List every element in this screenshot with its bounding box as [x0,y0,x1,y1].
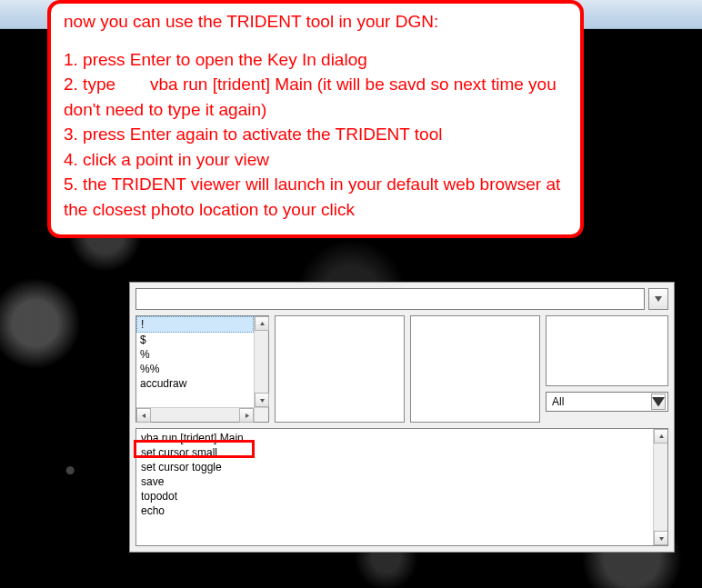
keyin-history-list[interactable]: vba run [trident] Main set cursor small … [136,429,667,520]
history-item[interactable]: save [139,474,665,489]
history-item[interactable]: vba run [trident] Main [139,431,665,445]
history-item[interactable]: echo [139,503,665,518]
instruction-step: 4. click a point in your view [64,147,567,173]
instruction-step: 3. press Enter again to activate the TRI… [64,122,567,147]
keyin-dialog: ! $ % %% accudraw All [129,282,675,553]
history-item[interactable]: set cursor toggle [139,460,665,474]
command-list-vscroll[interactable] [254,316,268,407]
command-list-panel: ! $ % %% accudraw [135,315,269,423]
keyin-browser-row: ! $ % %% accudraw All [135,315,668,423]
instruction-callout: now you can use the TRIDENT tool in your… [47,0,584,238]
command-item[interactable]: % [136,347,254,362]
command-item[interactable]: %% [136,362,254,376]
keyin-input-row [135,288,668,310]
history-vscroll[interactable] [653,429,667,545]
subcommand-panel-1[interactable] [275,315,405,423]
chevron-down-icon [652,397,665,407]
history-item[interactable]: topodot [139,489,665,503]
keyin-history-panel: vba run [trident] Main set cursor small … [135,428,668,546]
command-item[interactable]: accudraw [136,376,254,391]
filter-column: All [546,315,668,423]
scroll-track[interactable] [151,408,239,422]
instruction-step: 2. type vba run [trident] Main (it will … [64,72,567,122]
scroll-up-button[interactable] [255,316,269,331]
chevron-down-icon [655,296,662,302]
keyin-input[interactable] [135,288,645,310]
command-list-hscroll[interactable] [136,407,254,422]
scroll-track[interactable] [255,331,268,393]
scroll-down-button[interactable] [654,531,668,545]
keyin-input-dropdown-button[interactable] [648,288,668,310]
command-list[interactable]: ! $ % %% accudraw [136,316,254,407]
filter-select[interactable]: All [546,392,668,412]
command-item[interactable]: ! [136,316,254,333]
history-item[interactable]: set cursor small [139,445,665,460]
scroll-up-button[interactable] [654,429,668,443]
scroll-left-button[interactable] [136,408,151,423]
scroll-down-button[interactable] [255,393,269,407]
scroll-right-button[interactable] [239,408,254,423]
filter-select-value: All [552,395,564,408]
scroll-corner [254,407,268,422]
instruction-step: 1. press Enter to open the Key In dialog [64,47,567,73]
subcommand-panel-2[interactable] [410,315,540,423]
subcommand-panel-3[interactable] [546,315,668,386]
instruction-intro: now you can use the TRIDENT tool in your… [64,9,567,35]
scroll-track[interactable] [654,443,667,531]
instruction-step: 5. the TRIDENT viewer will launch in you… [64,172,567,222]
command-item[interactable]: $ [136,333,254,347]
filter-dropdown-button[interactable] [651,394,666,410]
